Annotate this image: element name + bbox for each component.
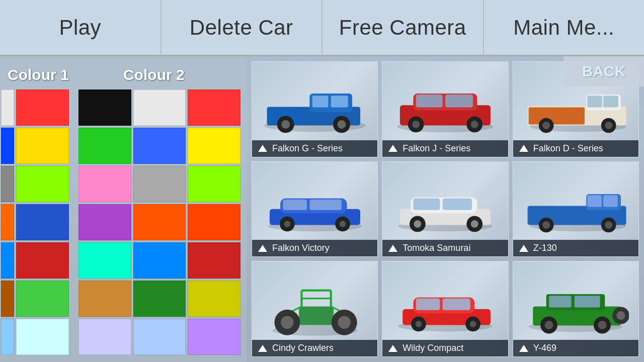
swatch[interactable]: [1, 204, 14, 240]
swatch[interactable]: [1, 89, 14, 126]
svg-rect-26: [529, 107, 585, 124]
swatch[interactable]: [16, 281, 69, 317]
svg-rect-4: [312, 96, 328, 107]
color-column-3: [132, 88, 187, 354]
car-brand-icon: [387, 144, 398, 153]
svg-point-38: [284, 221, 290, 227]
swatch[interactable]: [78, 128, 131, 164]
color-grid: [0, 88, 242, 354]
svg-point-73: [338, 316, 350, 328]
main-menu-button[interactable]: Main Me...: [484, 0, 645, 56]
svg-marker-10: [258, 145, 267, 152]
swatch[interactable]: [78, 166, 131, 202]
car-brand-icon: [387, 244, 398, 253]
car-label-falkon-g: Falkon G - Series: [252, 140, 377, 157]
swatch[interactable]: [133, 89, 186, 126]
swatch[interactable]: [133, 166, 186, 202]
svg-rect-46: [443, 199, 472, 210]
delete-car-button[interactable]: Delete Car: [162, 0, 323, 56]
swatch[interactable]: [188, 128, 240, 164]
swatch[interactable]: [1, 281, 14, 317]
car-label-tomoka-samurai: Tomoka Samurai: [382, 240, 508, 256]
car-brand-icon: [518, 144, 529, 153]
swatch[interactable]: [16, 204, 69, 240]
swatch[interactable]: [16, 128, 69, 164]
swatch[interactable]: [133, 204, 186, 240]
car-card-cindy-crawlers[interactable]: Cindy Crawlers: [252, 261, 378, 357]
svg-rect-88: [549, 296, 572, 307]
back-button[interactable]: BACK: [564, 56, 644, 86]
swatch[interactable]: [78, 242, 131, 279]
svg-rect-89: [575, 296, 600, 307]
swatch[interactable]: [78, 281, 131, 317]
swatch[interactable]: [1, 128, 14, 164]
swatch[interactable]: [1, 166, 14, 202]
svg-rect-55: [588, 195, 602, 207]
car-card-falkon-j[interactable]: Falkon J - Series: [382, 61, 508, 157]
svg-rect-56: [603, 195, 618, 207]
car-brand-icon: [257, 144, 268, 153]
svg-point-30: [605, 122, 613, 129]
svg-point-95: [598, 321, 607, 329]
svg-rect-78: [416, 298, 440, 310]
play-button[interactable]: Play: [0, 0, 162, 56]
svg-point-83: [470, 321, 476, 327]
swatch[interactable]: [78, 319, 131, 355]
swatch[interactable]: [133, 242, 186, 279]
svg-point-58: [543, 221, 550, 229]
svg-rect-25: [603, 96, 618, 107]
swatch[interactable]: [188, 204, 240, 240]
swatch[interactable]: [188, 89, 240, 126]
car-selection-panel: Falkon G - Series Falkon J - Series: [247, 56, 644, 362]
svg-rect-15: [445, 95, 473, 107]
color-column-2: [77, 88, 132, 354]
swatch[interactable]: [188, 242, 240, 279]
car-card-tomoka-samurai[interactable]: Tomoka Samurai: [382, 161, 508, 257]
car-label-z130: Z-130: [513, 240, 638, 256]
swatch[interactable]: [78, 89, 131, 126]
svg-rect-36: [309, 200, 342, 210]
car-label-falkon-j: Falkon J - Series: [382, 140, 508, 157]
svg-marker-31: [519, 145, 528, 152]
swatch[interactable]: [16, 89, 69, 126]
colour2-header: Colour 2: [123, 66, 185, 83]
car-card-falkon-g[interactable]: Falkon G - Series: [252, 61, 378, 157]
car-card-falkon-victory[interactable]: Falkon Victory: [252, 161, 378, 257]
car-label-wildy-compact: Wildy Compact: [382, 340, 508, 356]
svg-point-40: [339, 221, 346, 227]
svg-point-60: [605, 221, 613, 229]
swatch[interactable]: [78, 204, 131, 240]
swatch[interactable]: [133, 128, 186, 164]
car-card-wildy-compact[interactable]: Wildy Compact: [382, 261, 508, 357]
svg-marker-51: [388, 245, 397, 252]
color-column-0: [0, 88, 15, 354]
car-brand-icon: [257, 344, 268, 353]
car-label-y469: Y-469: [513, 340, 638, 356]
swatch[interactable]: [16, 319, 69, 355]
swatch[interactable]: [188, 281, 240, 317]
free-camera-button[interactable]: Free Camera: [323, 0, 484, 56]
toolbar: Play Delete Car Free Camera Main Me...: [0, 0, 644, 56]
svg-marker-61: [519, 245, 528, 252]
swatch[interactable]: [1, 319, 14, 355]
swatch[interactable]: [16, 166, 69, 202]
car-brand-icon: [387, 344, 398, 353]
swatch[interactable]: [133, 281, 186, 317]
swatch[interactable]: [133, 319, 186, 355]
svg-point-50: [471, 220, 478, 228]
color-column-1: [15, 88, 70, 354]
svg-point-81: [416, 321, 422, 327]
svg-point-71: [281, 316, 293, 328]
svg-point-19: [471, 121, 478, 128]
swatch[interactable]: [1, 242, 14, 279]
svg-point-93: [545, 321, 553, 329]
car-card-z130[interactable]: Z-130: [513, 161, 639, 257]
swatch[interactable]: [188, 166, 240, 202]
colour1-header: Colour 1: [8, 66, 108, 83]
car-brand-icon: [518, 244, 529, 253]
svg-rect-5: [331, 96, 348, 107]
swatch[interactable]: [16, 242, 69, 279]
swatch[interactable]: [188, 319, 240, 355]
car-label-falkon-d: Falkon D - Series: [513, 140, 638, 157]
car-card-y469[interactable]: Y-469: [513, 261, 639, 357]
